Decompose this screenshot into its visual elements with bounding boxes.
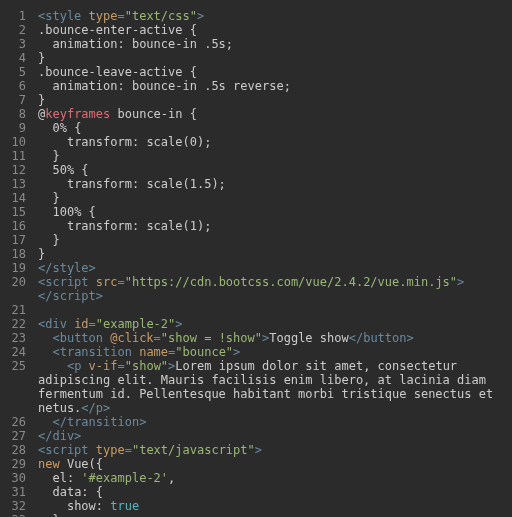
code-token: type [89,9,118,23]
code-token: </transition> [38,415,146,429]
line-number: 26 [0,415,34,429]
code-line: animation: bounce-in .5s reverse; [38,79,512,93]
code-token: bounce-in { [110,107,197,121]
line-number: 2 [0,23,34,37]
line-number: 8 [0,107,34,121]
line-number: 6 [0,79,34,93]
line-number: 22 [0,317,34,331]
code-token: = [117,275,124,289]
code-line: 100% { [38,205,512,219]
code-token: .bounce-enter-active { [38,23,197,37]
code-token: src [96,275,118,289]
code-token: <style [38,9,89,23]
code-token: > [175,317,182,331]
code-line: data: { [38,485,512,499]
code-token: = [154,331,161,345]
code-token: } [38,513,60,517]
code-token: true [110,499,139,513]
line-number: 15 [0,205,34,219]
code-token: <script [38,443,96,457]
line-number: 29 [0,457,34,471]
code-line: transform: scale(1); [38,219,512,233]
code-line: .bounce-enter-active { [38,23,512,37]
code-token: 100% { [38,205,96,219]
line-number: 17 [0,233,34,247]
code-token: 50% { [38,163,89,177]
code-line: <style type="text/css"> [38,9,512,23]
code-line: @keyframes bounce-in { [38,107,512,121]
code-token: transform: scale(0); [38,135,211,149]
code-token: v-if [89,359,118,373]
line-number: 16 [0,219,34,233]
code-token: 0% { [38,121,81,135]
code-line: <div id="example-2"> [38,317,512,331]
code-token: } [38,191,60,205]
code-line: <button @click="show = !show">Toggle sho… [38,331,512,345]
code-token: "show = !show" [161,331,262,345]
code-token: <transition [38,345,139,359]
code-token: "text/css" [125,9,197,23]
code-line: </style> [38,261,512,275]
code-line: </div> [38,429,512,443]
code-line: } [38,51,512,65]
code-line: show: true [38,499,512,513]
line-number: 12 [0,163,34,177]
code-token: } [38,149,60,163]
line-number: 30 [0,471,34,485]
code-token: type [96,443,125,457]
code-token: </button> [349,331,414,345]
code-line [38,303,512,317]
code-token: } [38,51,45,65]
code-token: "text/javascript" [132,443,255,457]
code-token: new [38,457,60,471]
code-token: , [168,471,175,485]
code-token: Vue({ [60,457,103,471]
code-line: } [38,149,512,163]
code-token: > [233,345,240,359]
code-token: </style> [38,261,96,275]
code-token: data: { [38,485,103,499]
line-number: 4 [0,51,34,65]
code-token: "bounce" [175,345,233,359]
code-line: } [38,191,512,205]
line-number: 1 [0,9,34,23]
code-line: 0% { [38,121,512,135]
code-line: </transition> [38,415,512,429]
line-number: 14 [0,191,34,205]
line-number: 27 [0,429,34,443]
line-number: 19 [0,261,34,275]
line-number: 24 [0,345,34,359]
code-token: @click [110,331,153,345]
line-number: 21 [0,303,34,317]
code-token: animation: bounce-in .5s reverse; [38,79,291,93]
code-line: } [38,247,512,261]
code-token: .bounce-leave-active { [38,65,197,79]
code-token: } [38,233,60,247]
code-line: transform: scale(1.5); [38,177,512,191]
code-line: new Vue({ [38,457,512,471]
code-token: <button [38,331,110,345]
code-token: Toggle show [269,331,348,345]
line-number: 7 [0,93,34,107]
code-line: transform: scale(0); [38,135,512,149]
code-token: <p [38,359,89,373]
code-token: = [118,359,125,373]
code-token: transform: scale(1.5); [38,177,226,191]
line-number: 20 [0,275,34,303]
line-number: 13 [0,177,34,191]
code-token: = [117,9,124,23]
code-line: <transition name="bounce"> [38,345,512,359]
code-line: el: '#example-2', [38,471,512,485]
line-number: 23 [0,331,34,345]
code-area[interactable]: <style type="text/css">.bounce-enter-act… [34,0,512,517]
code-token: name [139,345,168,359]
code-token: el: [38,471,81,485]
code-token: } [38,247,45,261]
code-line: <script type="text/javascript"> [38,443,512,457]
code-token: } [38,93,45,107]
code-token [38,303,45,317]
line-number: 31 [0,485,34,499]
code-token: </p> [81,401,110,415]
line-number: 33 [0,513,34,517]
code-token: = [89,317,96,331]
